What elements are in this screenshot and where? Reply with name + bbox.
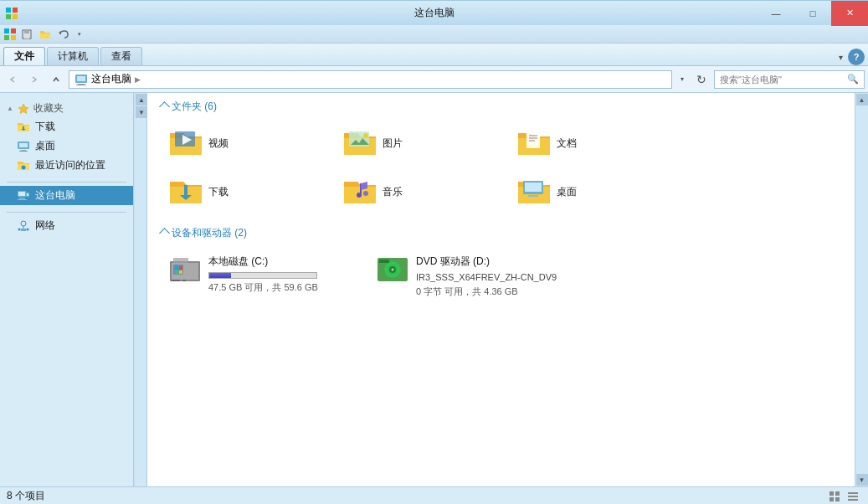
content-scrollbar[interactable]: ▲ ▼ <box>855 93 868 486</box>
qa-save-button[interactable] <box>18 27 35 42</box>
svg-rect-25 <box>19 198 25 199</box>
ribbon-help-button[interactable]: ? <box>848 49 865 65</box>
path-this-pc-label: 这台电脑 <box>91 72 131 86</box>
window-icon <box>5 7 18 20</box>
qa-folder-button[interactable] <box>37 27 54 42</box>
content-area: 文件夹 (6) 视频 <box>147 93 855 486</box>
svg-point-36 <box>363 133 368 138</box>
path-this-pc-icon <box>74 73 88 86</box>
close-button[interactable]: ✕ <box>831 1 868 26</box>
sidebar-divider-2 <box>7 212 126 213</box>
folder-item-music[interactable]: 音乐 <box>335 171 502 213</box>
download-icon <box>17 121 30 134</box>
sidebar-item-thispc[interactable]: 这台电脑 <box>0 186 133 205</box>
drive-c-name: 本地磁盘 (C:) <box>208 255 354 269</box>
sidebar-network-label: 网络 <box>35 219 55 233</box>
drive-grid: 本地磁盘 (C:) 47.5 GB 可用，共 59.6 GB <box>161 249 841 304</box>
folder-video-icon <box>168 128 203 158</box>
folder-item-pictures[interactable]: 图片 <box>335 122 502 164</box>
maximize-button[interactable]: □ <box>794 1 831 26</box>
up-button[interactable] <box>47 70 65 89</box>
sidebar-item-network[interactable]: 网络 <box>0 216 133 235</box>
folders-section-label: 文件夹 (6) <box>172 100 217 114</box>
sidebar-thispc-section: 这台电脑 <box>0 186 133 205</box>
svg-rect-6 <box>4 35 9 40</box>
tab-computer[interactable]: 计算机 <box>47 47 99 65</box>
svg-point-31 <box>27 228 29 230</box>
svg-rect-5 <box>11 28 16 33</box>
folder-item-video[interactable]: 视频 <box>161 122 328 164</box>
folder-music-icon <box>342 177 378 207</box>
search-icon[interactable]: 🔍 <box>847 74 859 85</box>
tab-view[interactable]: 查看 <box>100 47 142 65</box>
svg-rect-63 <box>829 491 834 496</box>
svg-marker-15 <box>18 104 28 114</box>
drive-c-info: 本地磁盘 (C:) 47.5 GB 可用，共 59.6 GB <box>208 255 354 294</box>
drive-item-d[interactable]: DVD 驱动器 (D:) IR3_SSS_X64FREV_ZH-CN_DV9 0… <box>368 249 569 304</box>
forward-button[interactable] <box>25 70 44 89</box>
drive-d-info: DVD 驱动器 (D:) IR3_SSS_X64FREV_ZH-CN_DV9 0… <box>416 255 562 298</box>
qa-dropdown-button[interactable]: ▾ <box>74 27 85 42</box>
svg-rect-22 <box>18 192 25 196</box>
view-list-button[interactable] <box>845 490 861 503</box>
qa-undo-button[interactable] <box>55 27 72 42</box>
sidebar-scrollbar[interactable]: ▲ ▼ <box>134 93 147 486</box>
search-box[interactable]: 🔍 <box>714 70 865 89</box>
scrollbar-up-button[interactable]: ▲ <box>136 94 147 105</box>
favorites-arrow-icon: ▲ <box>7 105 13 112</box>
address-dropdown-button[interactable]: ▾ <box>675 70 689 89</box>
sidebar-favorites-header[interactable]: ▲ 收藏夹 <box>0 100 133 117</box>
sidebar-recent-label: 最近访问的位置 <box>35 158 105 172</box>
ribbon-expand-button[interactable]: ▾ <box>835 53 846 62</box>
sidebar-item-desktop[interactable]: 桌面 <box>0 136 133 156</box>
svg-rect-67 <box>848 492 858 494</box>
scrollbar-down-button[interactable]: ▼ <box>136 106 147 118</box>
svg-rect-54 <box>179 266 182 270</box>
drive-c-fill <box>209 273 231 278</box>
sidebar: ▲ 收藏夹 下载 <box>0 93 134 486</box>
star-icon <box>17 102 30 116</box>
svg-rect-14 <box>76 85 86 85</box>
main-layout: ▲ 收藏夹 下载 <box>0 93 868 486</box>
sidebar-item-download[interactable]: 下载 <box>0 117 133 136</box>
drive-c-icon <box>168 255 202 285</box>
svg-rect-2 <box>6 14 11 19</box>
svg-rect-66 <box>835 497 840 501</box>
svg-rect-26 <box>18 199 27 200</box>
desktop-icon <box>17 140 30 153</box>
svg-rect-7 <box>11 35 16 40</box>
drive-item-c[interactable]: 本地磁盘 (C:) 47.5 GB 可用，共 59.6 GB <box>161 249 362 304</box>
folder-item-desktop[interactable]: 桌面 <box>509 171 676 213</box>
network-icon <box>17 219 30 233</box>
svg-rect-65 <box>829 497 834 501</box>
folder-item-downloads[interactable]: 下载 <box>161 171 328 213</box>
window-icon-small <box>3 28 17 41</box>
address-path[interactable]: 这台电脑 ▶ <box>69 70 672 89</box>
svg-rect-64 <box>835 491 840 496</box>
drive-d-size: 0 字节 可用，共 4.36 GB <box>416 285 562 298</box>
drive-c-size: 47.5 GB 可用，共 59.6 GB <box>208 281 354 294</box>
svg-rect-62 <box>379 260 389 263</box>
svg-point-41 <box>357 193 362 198</box>
search-input[interactable] <box>720 75 847 85</box>
view-grid-button[interactable] <box>826 490 843 503</box>
svg-rect-3 <box>13 14 18 19</box>
refresh-button[interactable]: ↻ <box>692 70 711 89</box>
path-arrow-icon: ▶ <box>135 75 141 84</box>
back-button[interactable] <box>3 70 22 89</box>
svg-point-27 <box>21 221 26 226</box>
svg-rect-12 <box>77 76 85 81</box>
sidebar-item-recent[interactable]: 最近访问的位置 <box>0 156 133 175</box>
title-bar: 这台电脑 — □ ✕ <box>0 0 868 25</box>
content-scrollbar-down[interactable]: ▼ <box>856 474 868 486</box>
svg-rect-55 <box>175 270 178 274</box>
minimize-button[interactable]: — <box>758 1 794 26</box>
folder-item-documents[interactable]: 文档 <box>509 122 676 164</box>
folder-downloads-icon <box>168 177 203 207</box>
svg-rect-69 <box>848 499 858 501</box>
content-scrollbar-up[interactable]: ▲ <box>856 94 868 105</box>
svg-rect-9 <box>24 30 29 33</box>
folder-downloads-label: 下载 <box>208 185 229 199</box>
tab-file[interactable]: 文件 <box>3 47 45 65</box>
sidebar-download-label: 下载 <box>35 120 55 134</box>
